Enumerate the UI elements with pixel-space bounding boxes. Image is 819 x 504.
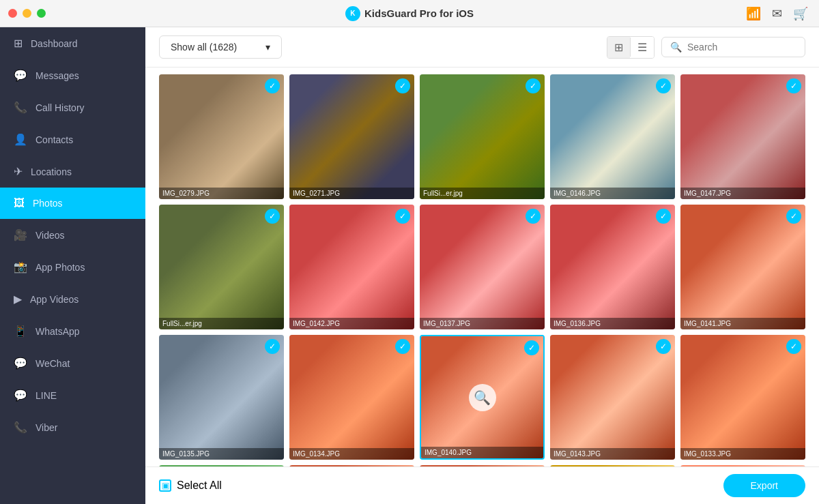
photo-filename: IMG_0137.JPG [420,318,545,329]
sidebar-icon-dashboard: ⊞ [14,37,23,50]
sidebar-item-photos[interactable]: 🖼 Photos [0,188,145,219]
maximize-button[interactable] [37,9,46,18]
photo-thumbnail [159,465,284,466]
sidebar-item-messages[interactable]: 💬 Messages [0,59,145,91]
sidebar-item-app-photos[interactable]: 📸 App Photos [0,251,145,283]
photo-checkmark: ✓ [265,209,280,224]
filter-dropdown[interactable]: Show all (1628) ▾ [159,35,282,59]
sidebar-item-viber[interactable]: 📞 Viber [0,411,145,443]
photo-filename: IMG_0146.JPG [550,188,675,199]
photo-card[interactable]: ✓IMG_0271.JPG [289,74,414,199]
photo-filename: IMG_0147.JPG [680,188,805,199]
photo-checkmark: ✓ [656,339,671,354]
sidebar-item-dashboard[interactable]: ⊞ Dashboard [0,27,145,59]
photo-card[interactable]: ✓🔍IMG_0140.JPG [420,335,545,460]
grid-view-button[interactable]: ⊞ [607,37,630,58]
photo-grid-container[interactable]: ✓IMG_0279.JPG✓IMG_0271.JPG✓FullSi...er.j… [145,68,819,466]
photo-checkmark: ✓ [395,339,410,354]
photo-card[interactable]: ✓IMG_0133.JPG [680,335,805,460]
sidebar-item-wechat[interactable]: 💬 WeChat [0,347,145,379]
sidebar-label-app-videos: App Videos [30,294,78,305]
app-logo: K [345,6,360,21]
photo-filename: IMG_0142.JPG [289,318,414,329]
sidebar-label-messages: Messages [35,70,79,81]
sidebar-item-app-videos[interactable]: ▶ App Videos [0,283,145,315]
photo-filename: IMG_0271.JPG [289,188,414,199]
photo-card[interactable]: ✓IMG_0123.JPG [420,465,545,466]
photo-thumbnail [289,74,414,199]
photo-search-overlay: 🔍 [421,336,543,458]
wifi-icon[interactable]: 📶 [746,6,761,21]
chevron-down-icon: ▾ [265,42,270,53]
photo-checkmark: ✓ [786,339,801,354]
sidebar-label-contacts: Contacts [35,134,73,145]
select-all-label: Select All [177,479,222,492]
sidebar-label-line: LINE [35,390,57,401]
sidebar-icon-call-history: 📞 [14,101,27,114]
photo-card[interactable]: ✓IMG_0141.JPG [680,205,805,329]
sidebar-item-locations[interactable]: ✈ Locations [0,155,145,188]
photo-checkmark: ✓ [786,78,801,93]
sidebar-item-contacts[interactable]: 👤 Contacts [0,123,145,155]
photo-card[interactable]: ✓IMG_0137.JPG [420,205,545,329]
photo-thumbnail [550,74,675,199]
sidebar-item-whatsapp[interactable]: 📱 WhatsApp [0,315,145,347]
photo-thumbnail [420,205,545,329]
sidebar-label-app-photos: App Photos [35,262,85,273]
photo-thumbnail [420,74,545,199]
toolbar: Show all (1628) ▾ ⊞ ☰ 🔍 [145,27,819,68]
photo-grid: ✓IMG_0279.JPG✓IMG_0271.JPG✓FullSi...er.j… [159,74,805,466]
photo-thumbnail [680,335,805,460]
select-all-checkbox[interactable]: ▣ [159,479,171,492]
photo-card[interactable]: ✓IMG_0....HEIC [680,465,805,466]
photo-checkmark: ✓ [656,78,671,93]
photo-card[interactable]: ✓IMG_0124.JPG [289,465,414,466]
sidebar-icon-photos: 🖼 [14,197,25,209]
select-all-area[interactable]: ▣ Select All [159,479,222,492]
photo-card[interactable]: ✓IMG_0136.JPG [550,205,675,329]
sidebar-item-videos[interactable]: 🎥 Videos [0,219,145,251]
content-area: Show all (1628) ▾ ⊞ ☰ 🔍 ✓IMG_0279.JPG✓IM… [145,27,819,504]
search-input[interactable] [687,42,796,53]
sidebar-label-wechat: WeChat [35,358,70,369]
sidebar-label-locations: Locations [31,166,72,177]
sidebar-item-call-history[interactable]: 📞 Call History [0,91,145,123]
photo-thumbnail [680,205,805,329]
list-view-button[interactable]: ☰ [631,37,654,58]
photo-filename: IMG_0135.JPG [159,448,284,460]
photo-card[interactable]: ✓IMG_0132.JPG [159,465,284,466]
photo-card[interactable]: ✓IMG_0146.JPG [550,74,675,199]
export-button[interactable]: Export [723,474,805,497]
photo-card[interactable]: ✓FullSi...er.jpg [159,205,284,329]
search-icon: 🔍 [670,42,682,53]
close-button[interactable] [8,9,17,18]
sidebar-label-videos: Videos [35,230,65,241]
photo-card[interactable]: ✓IMG_0279.JPG [159,74,284,199]
sidebar-icon-viber: 📞 [14,421,27,434]
photo-card[interactable]: ✓IMG_0134.JPG [289,335,414,460]
sidebar-icon-app-videos: ▶ [14,293,22,306]
photo-card[interactable]: ✓IMG_0121.JPG [550,465,675,466]
toolbar-left: Show all (1628) ▾ [159,35,282,59]
photo-card[interactable]: ✓IMG_0143.JPG [550,335,675,460]
photo-thumbnail [159,74,284,199]
sidebar-label-dashboard: Dashboard [31,38,78,49]
sidebar-icon-line: 💬 [14,389,27,402]
photo-filename: IMG_0134.JPG [289,448,414,460]
cart-icon[interactable]: 🛒 [793,6,808,21]
search-box: 🔍 [661,37,805,57]
sidebar-item-line[interactable]: 💬 LINE [0,379,145,411]
photo-filename: IMG_0279.JPG [159,188,284,199]
photo-thumbnail [420,465,545,466]
sidebar-icon-videos: 🎥 [14,228,27,241]
photo-thumbnail [550,205,675,329]
minimize-button[interactable] [23,9,31,18]
titlebar: K KidsGuard Pro for iOS 📶 ✉ 🛒 [0,0,819,27]
sidebar-label-viber: Viber [35,422,57,433]
photo-card[interactable]: ✓IMG_0147.JPG [680,74,805,199]
photo-card[interactable]: ✓FullSi...er.jpg [420,74,545,199]
photo-checkmark: ✓ [786,209,801,224]
photo-card[interactable]: ✓IMG_0135.JPG [159,335,284,460]
mail-icon[interactable]: ✉ [772,6,782,21]
photo-card[interactable]: ✓IMG_0142.JPG [289,205,414,329]
